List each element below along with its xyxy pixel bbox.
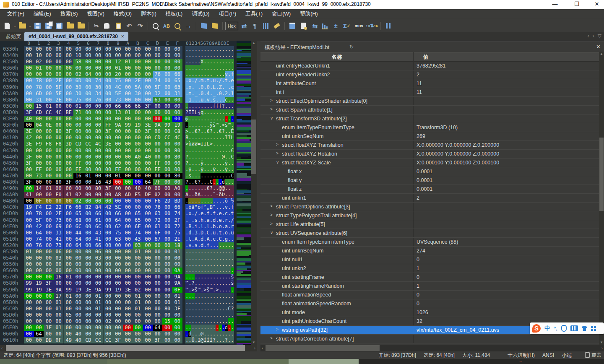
ascii-char[interactable]: . xyxy=(203,318,206,325)
hex-byte[interactable]: 01 xyxy=(123,59,133,65)
ascii-char[interactable]: . xyxy=(231,242,234,249)
ascii-char[interactable]: Í xyxy=(203,337,206,343)
ascii-char[interactable]: . xyxy=(200,173,203,179)
hex-byte[interactable]: 00 xyxy=(44,224,54,230)
ascii-char[interactable]: . xyxy=(200,268,203,274)
ascii-char[interactable]: . xyxy=(188,293,191,299)
hex-byte[interactable]: 00 xyxy=(63,135,73,141)
recent-folders-button[interactable] xyxy=(76,21,86,31)
ascii-char[interactable]: . xyxy=(213,255,216,261)
hex-byte[interactable]: 00 xyxy=(44,249,54,255)
chevron-down-icon[interactable]: ∨ xyxy=(270,230,273,235)
ascii-char[interactable]: . xyxy=(203,255,206,261)
hex-byte[interactable]: 05 xyxy=(63,312,73,318)
ascii-char[interactable]: . xyxy=(198,312,200,318)
hex-byte[interactable]: 00 xyxy=(54,59,64,65)
hex-byte[interactable]: 00 xyxy=(162,71,172,78)
hex-byte[interactable]: 00 xyxy=(162,331,172,337)
hex-byte[interactable]: 00 xyxy=(103,217,113,224)
template-field-value[interactable]: 0.0001 xyxy=(417,186,432,192)
hex-byte[interactable]: 00 xyxy=(113,154,123,160)
template-field-value[interactable]: X:0.000000 Y:0.000000 Z:0.000000 xyxy=(417,151,499,157)
hex-byte[interactable]: 00 xyxy=(133,148,143,154)
hex-byte[interactable]: 00 xyxy=(143,325,153,331)
hex-byte[interactable]: 6F xyxy=(133,224,143,230)
ascii-char[interactable]: t xyxy=(188,236,191,242)
hex-byte[interactable]: 01 xyxy=(133,293,143,299)
status-encoding[interactable]: ANSI xyxy=(542,351,554,359)
hex-byte[interactable]: 00 xyxy=(162,59,172,65)
ascii-char[interactable]: . xyxy=(191,97,194,103)
hex-byte[interactable]: 34 xyxy=(93,91,103,97)
hex-byte[interactable]: E2 xyxy=(44,204,54,211)
ascii-char[interactable]: . xyxy=(203,268,206,274)
hex-byte[interactable]: 00 xyxy=(63,148,73,154)
ascii-char[interactable]: . xyxy=(216,179,219,185)
hex-byte[interactable]: 00 xyxy=(34,268,44,274)
ascii-char[interactable]: . xyxy=(213,242,216,249)
hex-byte[interactable]: 42 xyxy=(103,204,113,211)
ascii-char[interactable]: . xyxy=(200,261,203,268)
hex-byte[interactable]: 00 xyxy=(34,274,44,280)
hex-byte[interactable]: 00 xyxy=(162,52,172,59)
ascii-char[interactable]: . xyxy=(200,255,203,261)
ascii-char[interactable]: . xyxy=(231,52,234,59)
ascii-char[interactable]: . xyxy=(216,148,219,154)
hex-byte[interactable]: 02 xyxy=(133,287,143,293)
ascii-char[interactable]: . xyxy=(198,230,200,236)
ascii-char[interactable]: . xyxy=(228,97,231,103)
ascii-char[interactable]: Û xyxy=(191,337,194,343)
hex-byte[interactable]: 01 xyxy=(54,325,64,331)
ascii-char[interactable]: o xyxy=(219,224,221,230)
hex-byte[interactable]: 00 xyxy=(143,242,153,249)
hex-byte[interactable]: 00 xyxy=(103,166,113,173)
hex-byte[interactable]: 00 xyxy=(63,91,73,97)
ascii-char[interactable]: Þ xyxy=(222,192,225,198)
hex-byte[interactable]: 00 xyxy=(103,46,113,52)
menu-item-8[interactable]: 项目(P) xyxy=(214,9,241,19)
ascii-char[interactable]: . xyxy=(222,78,225,84)
replace-button[interactable]: AB xyxy=(161,21,172,31)
hex-byte[interactable]: 00 xyxy=(83,217,94,224)
hex-byte[interactable]: 4C xyxy=(93,141,103,147)
hex-byte[interactable]: 00 xyxy=(103,173,113,179)
ascii-char[interactable]: . xyxy=(188,306,191,312)
hex-byte[interactable]: FF xyxy=(73,166,83,173)
ascii-char[interactable]: . xyxy=(200,103,203,109)
ascii-char[interactable]: . xyxy=(231,293,234,299)
hex-byte[interactable]: 00 xyxy=(113,331,123,337)
hex-byte[interactable]: 00 xyxy=(54,154,64,160)
ascii-char[interactable]: 3 xyxy=(195,230,198,236)
ascii-char[interactable]: . xyxy=(200,325,203,331)
hex-byte[interactable]: 00 xyxy=(162,192,172,198)
hex-byte[interactable]: 00 xyxy=(113,255,123,261)
ascii-char[interactable]: Í xyxy=(188,109,191,116)
hex-byte[interactable]: 00 xyxy=(63,224,73,230)
hex-byte[interactable]: 00 xyxy=(103,299,113,306)
menu-item-0[interactable]: 文件(F) xyxy=(3,9,29,19)
ascii-char[interactable]: . xyxy=(191,148,194,154)
hex-byte[interactable]: 00 xyxy=(162,91,172,97)
ascii-char[interactable]: Ì xyxy=(203,141,206,147)
hex-byte[interactable]: 10 xyxy=(73,52,83,59)
tab-active-file[interactable]: efd_0004_l-swd_99_0000.efx.2818730× xyxy=(24,32,128,41)
hex-byte[interactable]: 99 xyxy=(24,280,34,286)
hex-byte[interactable]: 00 xyxy=(24,78,34,84)
hex-byte[interactable]: 00 xyxy=(123,116,133,122)
ascii-char[interactable]: . xyxy=(222,116,225,122)
hex-byte[interactable]: 00 xyxy=(133,261,143,268)
hex-byte[interactable]: FF xyxy=(153,160,163,166)
ascii-char[interactable]: g xyxy=(225,236,228,242)
ascii-char[interactable]: . xyxy=(188,198,191,204)
ascii-char[interactable]: õ xyxy=(219,192,221,198)
hex-byte[interactable]: 02 xyxy=(103,318,113,325)
hex-byte[interactable]: 00 xyxy=(63,52,73,59)
ascii-char[interactable]: m xyxy=(188,91,191,97)
hex-byte[interactable]: 00 xyxy=(123,148,133,154)
column-header-value[interactable]: 值 xyxy=(423,54,429,61)
ascii-char[interactable]: . xyxy=(216,274,219,280)
hex-byte[interactable]: 00 xyxy=(93,52,103,59)
hex-byte[interactable]: 99 xyxy=(63,287,73,293)
ascii-char[interactable]: L xyxy=(207,141,210,147)
hex-byte[interactable]: 00 xyxy=(143,312,153,318)
